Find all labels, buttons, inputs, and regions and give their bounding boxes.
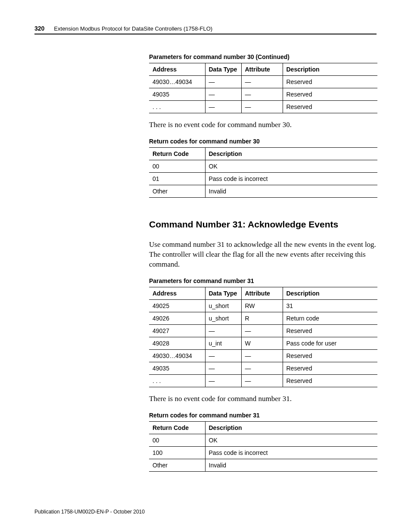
cell-attribute: — — [241, 88, 283, 101]
cell-return-code: Other — [149, 185, 205, 197]
cell-address: 49026 — [149, 312, 205, 324]
parameters-table-31: Address Data Type Attribute Description … — [149, 287, 377, 387]
cell-datatype: — — [205, 349, 241, 362]
cell-description: Pass code is incorrect — [205, 446, 377, 459]
cell-return-code: 00 — [149, 160, 205, 172]
cell-datatype: u_short — [205, 299, 241, 312]
table-row: Other Invalid — [149, 459, 377, 471]
table-row: . . . — — Reserved — [149, 101, 377, 113]
cell-address: 49027 — [149, 324, 205, 337]
column-header: Description — [205, 421, 377, 434]
table-row: 49030…49034 — — Reserved — [149, 76, 377, 88]
cell-description: Reserved — [283, 349, 377, 362]
cell-datatype: — — [205, 374, 241, 387]
table-row: 49027 — — Reserved — [149, 324, 377, 337]
cell-attribute: R — [241, 312, 283, 324]
table-header-row: Address Data Type Attribute Description — [149, 63, 377, 76]
table-row: 49026 u_short R Return code — [149, 312, 377, 324]
cell-description: Reserved — [283, 76, 377, 88]
column-header: Description — [283, 287, 377, 299]
cell-return-code: 00 — [149, 434, 205, 446]
page-header-title: Extension Modbus Protocol for DataSite C… — [54, 25, 212, 32]
column-header: Description — [283, 63, 377, 76]
table-row: . . . — — Reserved — [149, 374, 377, 387]
cell-attribute: — — [241, 349, 283, 362]
cell-datatype: — — [205, 324, 241, 337]
column-header: Attribute — [241, 63, 283, 76]
column-header: Return Code — [149, 421, 205, 434]
cell-description: OK — [205, 160, 377, 172]
table-caption: Return codes for command number 31 — [149, 412, 377, 419]
cell-address: . . . — [149, 101, 205, 113]
cell-description: Reserved — [283, 101, 377, 113]
cell-attribute: — — [241, 101, 283, 113]
return-codes-table-30: Return Code Description 00 OK 01 Pass co… — [149, 147, 377, 198]
parameters-table-30: Address Data Type Attribute Description … — [149, 63, 377, 113]
column-header: Address — [149, 287, 205, 299]
cell-address: 49030…49034 — [149, 76, 205, 88]
body-text: There is no event code for command numbe… — [149, 120, 377, 130]
document-page: 320 Extension Modbus Protocol for DataSi… — [0, 0, 411, 532]
cell-datatype: — — [205, 76, 241, 88]
cell-datatype: — — [205, 362, 241, 374]
table-row: 49035 — — Reserved — [149, 362, 377, 374]
cell-return-code: 01 — [149, 172, 205, 185]
table-header-row: Return Code Description — [149, 421, 377, 434]
cell-attribute: — — [241, 76, 283, 88]
cell-attribute: RW — [241, 299, 283, 312]
cell-attribute: — — [241, 374, 283, 387]
cell-attribute: — — [241, 324, 283, 337]
cell-description: Reserved — [283, 362, 377, 374]
table-row: 00 OK — [149, 160, 377, 172]
page-number: 320 — [34, 25, 44, 32]
table-caption: Return codes for command number 30 — [149, 138, 377, 145]
page-footer: Publication 1758-UM002D-EN-P - October 2… — [34, 509, 145, 515]
column-header: Address — [149, 63, 205, 76]
section-heading: Command Number 31: Acknowledge Events — [149, 219, 377, 230]
cell-return-code: 100 — [149, 446, 205, 459]
table-row: 01 Pass code is incorrect — [149, 172, 377, 185]
cell-attribute: — — [241, 362, 283, 374]
table-caption: Parameters for command number 30 (Contin… — [149, 53, 377, 60]
cell-description: Pass code for user — [283, 337, 377, 349]
page-header: 320 Extension Modbus Protocol for DataSi… — [34, 25, 377, 34]
cell-description: Return code — [283, 312, 377, 324]
cell-address: 49025 — [149, 299, 205, 312]
table-header-row: Return Code Description — [149, 147, 377, 160]
cell-description: 31 — [283, 299, 377, 312]
table-row: 49030…49034 — — Reserved — [149, 349, 377, 362]
cell-address: . . . — [149, 374, 205, 387]
column-header: Attribute — [241, 287, 283, 299]
table-row: 49028 u_int W Pass code for user — [149, 337, 377, 349]
cell-datatype: — — [205, 101, 241, 113]
cell-description: Invalid — [205, 185, 377, 197]
column-header: Return Code — [149, 147, 205, 160]
cell-description: Invalid — [205, 459, 377, 471]
cell-datatype: u_int — [205, 337, 241, 349]
cell-description: Reserved — [283, 374, 377, 387]
cell-description: Pass code is incorrect — [205, 172, 377, 185]
table-header-row: Address Data Type Attribute Description — [149, 287, 377, 299]
cell-return-code: Other — [149, 459, 205, 471]
return-codes-table-31: Return Code Description 00 OK 100 Pass c… — [149, 421, 377, 472]
table-row: 49035 — — Reserved — [149, 88, 377, 101]
cell-address: 49035 — [149, 362, 205, 374]
cell-datatype: — — [205, 88, 241, 101]
table-row: Other Invalid — [149, 185, 377, 197]
table-row: 00 OK — [149, 434, 377, 446]
cell-description: Reserved — [283, 88, 377, 101]
table-row: 49025 u_short RW 31 — [149, 299, 377, 312]
column-header: Data Type — [205, 287, 241, 299]
main-content: Parameters for command number 30 (Contin… — [149, 53, 377, 472]
cell-datatype: u_short — [205, 312, 241, 324]
cell-address: 49028 — [149, 337, 205, 349]
table-caption: Parameters for command number 31 — [149, 277, 377, 284]
table-row: 100 Pass code is incorrect — [149, 446, 377, 459]
cell-description: OK — [205, 434, 377, 446]
body-text: Use command number 31 to acknowledge all… — [149, 240, 377, 270]
cell-address: 49035 — [149, 88, 205, 101]
cell-address: 49030…49034 — [149, 349, 205, 362]
body-text: There is no event code for command numbe… — [149, 394, 377, 404]
column-header: Data Type — [205, 63, 241, 76]
column-header: Description — [205, 147, 377, 160]
